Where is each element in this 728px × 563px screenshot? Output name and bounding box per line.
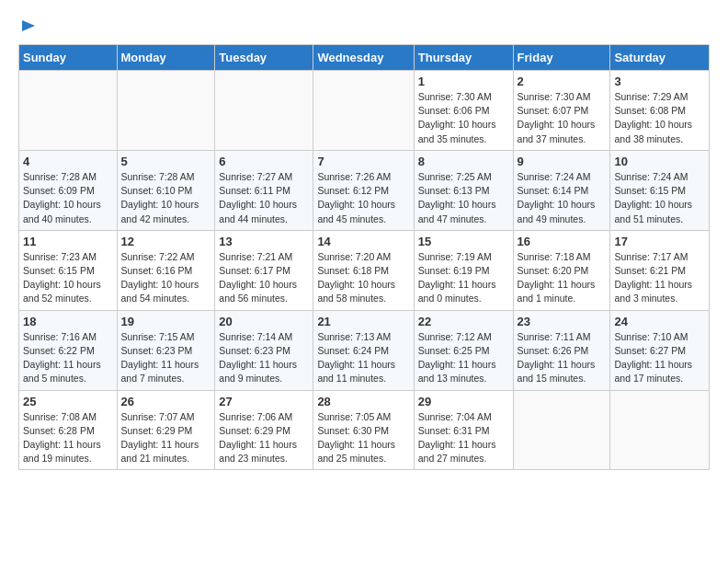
day-number: 6 [219, 155, 309, 168]
day-info: Sunrise: 7:25 AM Sunset: 6:13 PM Dayligh… [418, 170, 509, 226]
day-info: Sunrise: 7:11 AM Sunset: 6:26 PM Dayligh… [518, 330, 607, 386]
day-number: 12 [121, 235, 211, 248]
day-info: Sunrise: 7:21 AM Sunset: 6:17 PM Dayligh… [219, 250, 309, 306]
week-row-4: 18Sunrise: 7:16 AM Sunset: 6:22 PM Dayli… [19, 310, 710, 390]
logo-flag-icon [20, 18, 37, 35]
logo [18, 18, 37, 35]
calendar-table: SundayMondayTuesdayWednesdayThursdayFrid… [18, 44, 710, 470]
day-number: 11 [23, 235, 113, 248]
day-number: 3 [614, 75, 705, 88]
day-cell: 19Sunrise: 7:15 AM Sunset: 6:23 PM Dayli… [117, 310, 215, 390]
day-info: Sunrise: 7:30 AM Sunset: 6:07 PM Dayligh… [518, 90, 607, 146]
day-info: Sunrise: 7:28 AM Sunset: 6:10 PM Dayligh… [121, 170, 211, 226]
day-info: Sunrise: 7:08 AM Sunset: 6:28 PM Dayligh… [23, 410, 113, 466]
day-number: 26 [121, 395, 211, 408]
day-cell: 18Sunrise: 7:16 AM Sunset: 6:22 PM Dayli… [19, 310, 118, 390]
day-number: 23 [518, 315, 607, 328]
day-cell: 2Sunrise: 7:30 AM Sunset: 6:07 PM Daylig… [513, 71, 610, 151]
col-header-friday: Friday [513, 45, 610, 71]
day-number: 16 [518, 235, 607, 248]
day-info: Sunrise: 7:24 AM Sunset: 6:14 PM Dayligh… [518, 170, 607, 226]
day-cell: 24Sunrise: 7:10 AM Sunset: 6:27 PM Dayli… [610, 310, 710, 390]
day-cell: 25Sunrise: 7:08 AM Sunset: 6:28 PM Dayli… [19, 390, 118, 470]
col-header-tuesday: Tuesday [215, 45, 313, 71]
day-cell [513, 390, 610, 470]
day-info: Sunrise: 7:10 AM Sunset: 6:27 PM Dayligh… [614, 330, 705, 386]
day-cell: 29Sunrise: 7:04 AM Sunset: 6:31 PM Dayli… [414, 390, 513, 470]
week-row-5: 25Sunrise: 7:08 AM Sunset: 6:28 PM Dayli… [19, 390, 710, 470]
day-cell [610, 390, 710, 470]
day-cell: 28Sunrise: 7:05 AM Sunset: 6:30 PM Dayli… [313, 390, 414, 470]
day-number: 8 [418, 155, 509, 168]
day-cell: 27Sunrise: 7:06 AM Sunset: 6:29 PM Dayli… [215, 390, 313, 470]
day-info: Sunrise: 7:06 AM Sunset: 6:29 PM Dayligh… [219, 410, 309, 466]
day-info: Sunrise: 7:26 AM Sunset: 6:12 PM Dayligh… [317, 170, 409, 226]
col-header-saturday: Saturday [610, 45, 710, 71]
day-cell: 9Sunrise: 7:24 AM Sunset: 6:14 PM Daylig… [513, 150, 610, 230]
day-info: Sunrise: 7:20 AM Sunset: 6:18 PM Dayligh… [317, 250, 409, 306]
day-number: 5 [121, 155, 211, 168]
day-info: Sunrise: 7:29 AM Sunset: 6:08 PM Dayligh… [614, 90, 705, 146]
day-cell: 10Sunrise: 7:24 AM Sunset: 6:15 PM Dayli… [610, 150, 710, 230]
day-cell: 13Sunrise: 7:21 AM Sunset: 6:17 PM Dayli… [215, 230, 313, 310]
day-number: 13 [219, 235, 309, 248]
col-header-wednesday: Wednesday [313, 45, 414, 71]
day-cell: 3Sunrise: 7:29 AM Sunset: 6:08 PM Daylig… [610, 71, 710, 151]
day-cell: 22Sunrise: 7:12 AM Sunset: 6:25 PM Dayli… [414, 310, 513, 390]
day-cell: 5Sunrise: 7:28 AM Sunset: 6:10 PM Daylig… [117, 150, 215, 230]
week-row-2: 4Sunrise: 7:28 AM Sunset: 6:09 PM Daylig… [19, 150, 710, 230]
day-number: 15 [418, 235, 509, 248]
day-info: Sunrise: 7:19 AM Sunset: 6:19 PM Dayligh… [418, 250, 509, 306]
day-cell [117, 71, 215, 151]
day-number: 2 [518, 75, 607, 88]
day-cell [215, 71, 313, 151]
day-number: 22 [418, 315, 509, 328]
day-cell: 26Sunrise: 7:07 AM Sunset: 6:29 PM Dayli… [117, 390, 215, 470]
day-info: Sunrise: 7:30 AM Sunset: 6:06 PM Dayligh… [418, 90, 509, 146]
day-info: Sunrise: 7:13 AM Sunset: 6:24 PM Dayligh… [317, 330, 409, 386]
day-number: 9 [518, 155, 607, 168]
col-header-monday: Monday [117, 45, 215, 71]
day-number: 25 [23, 395, 113, 408]
day-info: Sunrise: 7:04 AM Sunset: 6:31 PM Dayligh… [418, 410, 509, 466]
day-cell: 12Sunrise: 7:22 AM Sunset: 6:16 PM Dayli… [117, 230, 215, 310]
day-cell [19, 71, 118, 151]
day-cell: 4Sunrise: 7:28 AM Sunset: 6:09 PM Daylig… [19, 150, 118, 230]
day-cell: 1Sunrise: 7:30 AM Sunset: 6:06 PM Daylig… [414, 71, 513, 151]
week-row-3: 11Sunrise: 7:23 AM Sunset: 6:15 PM Dayli… [19, 230, 710, 310]
day-info: Sunrise: 7:16 AM Sunset: 6:22 PM Dayligh… [23, 330, 113, 386]
day-info: Sunrise: 7:15 AM Sunset: 6:23 PM Dayligh… [121, 330, 211, 386]
day-number: 10 [614, 155, 705, 168]
day-cell: 7Sunrise: 7:26 AM Sunset: 6:12 PM Daylig… [313, 150, 414, 230]
col-header-sunday: Sunday [19, 45, 118, 71]
day-cell: 23Sunrise: 7:11 AM Sunset: 6:26 PM Dayli… [513, 310, 610, 390]
day-number: 27 [219, 395, 309, 408]
day-number: 20 [219, 315, 309, 328]
day-cell [313, 71, 414, 151]
day-number: 29 [418, 395, 509, 408]
day-number: 7 [317, 155, 409, 168]
day-info: Sunrise: 7:27 AM Sunset: 6:11 PM Dayligh… [219, 170, 309, 226]
day-info: Sunrise: 7:18 AM Sunset: 6:20 PM Dayligh… [518, 250, 607, 306]
day-cell: 21Sunrise: 7:13 AM Sunset: 6:24 PM Dayli… [313, 310, 414, 390]
day-cell: 8Sunrise: 7:25 AM Sunset: 6:13 PM Daylig… [414, 150, 513, 230]
day-info: Sunrise: 7:14 AM Sunset: 6:23 PM Dayligh… [219, 330, 309, 386]
page-header [18, 18, 710, 35]
day-info: Sunrise: 7:07 AM Sunset: 6:29 PM Dayligh… [121, 410, 211, 466]
day-number: 18 [23, 315, 113, 328]
day-info: Sunrise: 7:05 AM Sunset: 6:30 PM Dayligh… [317, 410, 409, 466]
day-number: 19 [121, 315, 211, 328]
day-info: Sunrise: 7:12 AM Sunset: 6:25 PM Dayligh… [418, 330, 509, 386]
week-row-1: 1Sunrise: 7:30 AM Sunset: 6:06 PM Daylig… [19, 71, 710, 151]
col-header-thursday: Thursday [414, 45, 513, 71]
day-info: Sunrise: 7:24 AM Sunset: 6:15 PM Dayligh… [614, 170, 705, 226]
svg-marker-0 [22, 20, 35, 31]
day-cell: 14Sunrise: 7:20 AM Sunset: 6:18 PM Dayli… [313, 230, 414, 310]
day-info: Sunrise: 7:28 AM Sunset: 6:09 PM Dayligh… [23, 170, 113, 226]
day-cell: 6Sunrise: 7:27 AM Sunset: 6:11 PM Daylig… [215, 150, 313, 230]
day-number: 1 [418, 75, 509, 88]
day-cell: 17Sunrise: 7:17 AM Sunset: 6:21 PM Dayli… [610, 230, 710, 310]
day-number: 14 [317, 235, 409, 248]
day-cell: 11Sunrise: 7:23 AM Sunset: 6:15 PM Dayli… [19, 230, 118, 310]
header-row: SundayMondayTuesdayWednesdayThursdayFrid… [19, 45, 710, 71]
